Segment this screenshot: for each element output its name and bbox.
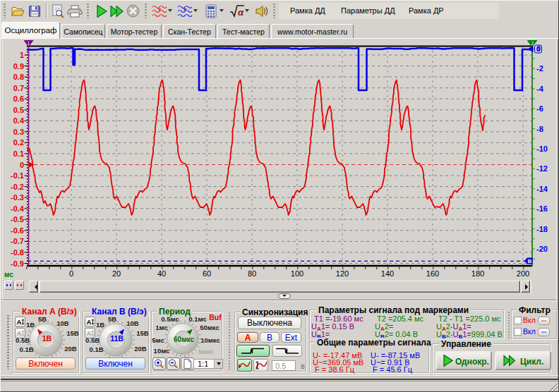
svg-text:-4: -4 — [536, 85, 544, 93]
svg-text:100: 100 — [291, 269, 303, 278]
svg-text:B: B — [528, 258, 532, 264]
svg-text:А: А — [87, 330, 92, 337]
svg-text:15В: 15В — [66, 329, 79, 337]
svg-text:60: 60 — [203, 269, 211, 278]
svg-text:мс: мс — [4, 271, 13, 278]
svg-text:20В: 20В — [134, 345, 147, 353]
svg-text:1мс: 1мс — [155, 324, 167, 331]
svg-text:5мс: 5мс — [152, 336, 164, 344]
svg-text:2: 2 — [531, 41, 534, 46]
svg-text:-8: -8 — [536, 125, 543, 133]
svg-text:Buf: Buf — [209, 313, 222, 321]
svg-text:50мкс: 50мкс — [200, 324, 220, 331]
svg-text:20В: 20В — [64, 345, 77, 353]
svg-text:11В: 11В — [110, 334, 124, 343]
svg-text:200: 200 — [517, 269, 529, 278]
svg-text:А: А — [87, 319, 92, 326]
svg-text:0.2: 0.2 — [13, 138, 24, 147]
svg-text:5В: 5В — [38, 315, 47, 323]
svg-text:0: 0 — [20, 161, 24, 169]
svg-text:0.5мс: 0.5мс — [161, 315, 179, 323]
svg-text:0.1В: 0.1В — [19, 345, 33, 353]
svg-text:-16: -16 — [536, 204, 548, 213]
svg-text:А: А — [17, 319, 22, 326]
svg-text:0.9: 0.9 — [13, 62, 24, 71]
svg-text:-0.8: -0.8 — [11, 248, 24, 257]
svg-text:0.6: 0.6 — [13, 94, 24, 103]
svg-text:0.1В: 0.1В — [89, 345, 103, 353]
svg-text:1: 1 — [28, 41, 30, 46]
svg-text:10мкс: 10мкс — [200, 336, 220, 344]
svg-text:180: 180 — [471, 269, 484, 278]
svg-text:10В: 10В — [56, 319, 69, 327]
svg-text:-0.2: -0.2 — [11, 183, 24, 191]
svg-text:40: 40 — [157, 269, 166, 278]
svg-text:-10: -10 — [536, 145, 548, 153]
svg-text:-18: -18 — [536, 225, 548, 233]
svg-text:1В: 1В — [96, 321, 104, 329]
svg-text:140: 140 — [381, 269, 394, 278]
svg-text:1В: 1В — [26, 321, 35, 329]
svg-text:60мкс: 60мкс — [174, 336, 194, 343]
svg-text:-0.1: -0.1 — [11, 171, 24, 180]
svg-text:-20: -20 — [536, 245, 548, 253]
svg-text:0.1мс: 0.1мс — [188, 315, 206, 323]
svg-text:20: 20 — [112, 269, 121, 278]
svg-text:0.8: 0.8 — [13, 73, 24, 81]
svg-text:-6: -6 — [536, 104, 543, 113]
svg-text:5мкс: 5мкс — [198, 348, 214, 355]
svg-text:-12: -12 — [536, 164, 548, 173]
svg-text:1В: 1В — [42, 334, 52, 343]
svg-text:160: 160 — [426, 269, 439, 278]
svg-text:0: 0 — [536, 46, 540, 53]
svg-text:-0.3: -0.3 — [11, 193, 24, 202]
svg-text:-0.5: -0.5 — [11, 215, 24, 223]
svg-text:0.1: 0.1 — [13, 149, 24, 158]
svg-text:5В: 5В — [108, 315, 116, 323]
svg-text:-2: -2 — [536, 64, 543, 73]
svg-text:120: 120 — [336, 269, 349, 278]
svg-text:15В: 15В — [136, 329, 149, 337]
svg-text:0.7: 0.7 — [13, 84, 24, 92]
svg-text:А: А — [17, 330, 22, 337]
svg-text:0.5: 0.5 — [13, 106, 24, 114]
svg-text:0.4: 0.4 — [13, 116, 25, 125]
svg-text:α: α — [238, 7, 244, 18]
svg-text:0.3: 0.3 — [13, 128, 24, 136]
svg-text:0: 0 — [69, 269, 73, 278]
svg-text:-14: -14 — [536, 185, 548, 193]
svg-text:-0.7: -0.7 — [11, 237, 24, 245]
svg-text:10В: 10В — [126, 319, 139, 327]
svg-text:80: 80 — [248, 269, 256, 278]
svg-text:-0.4: -0.4 — [11, 204, 25, 213]
svg-text:-0.6: -0.6 — [11, 226, 24, 235]
svg-text:10мс: 10мс — [154, 347, 170, 355]
svg-text:-0.9: -0.9 — [11, 259, 24, 268]
svg-text:1: 1 — [20, 51, 24, 59]
